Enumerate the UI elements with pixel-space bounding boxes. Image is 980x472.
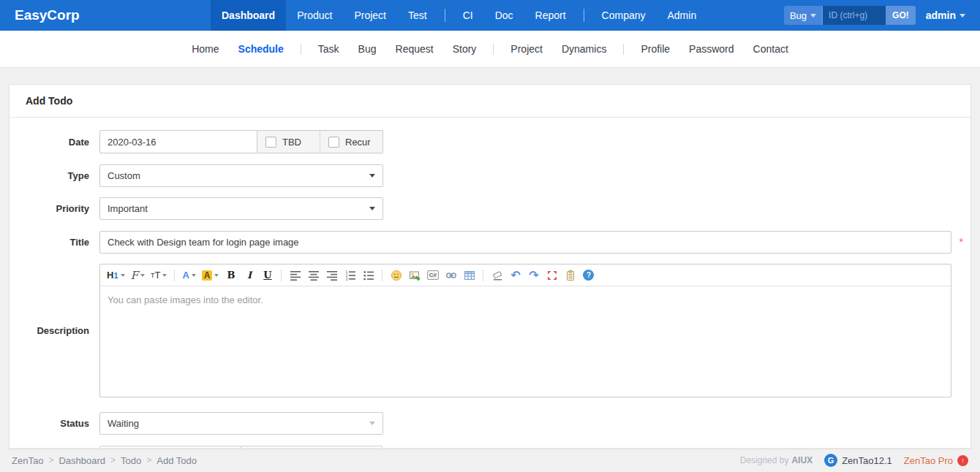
toolbar-divider [483, 270, 483, 281]
subnav-item-profile[interactable]: Profile [631, 43, 679, 55]
status-row: Status Waiting [10, 412, 970, 435]
bold-icon[interactable]: B [222, 267, 239, 284]
chevron-down-icon [369, 207, 375, 210]
recur-checkbox[interactable] [328, 137, 339, 148]
sub-nav: Home Schedule Task Bug Request Story Pro… [0, 31, 980, 68]
nav-item-report[interactable]: Report [524, 0, 577, 31]
subnav-item-contact[interactable]: Contact [744, 43, 798, 55]
title-row: Title * [10, 231, 970, 254]
undo-icon[interactable]: ↶ [507, 267, 524, 284]
highlight-color-icon[interactable]: A [200, 267, 222, 284]
unordered-list-icon[interactable] [360, 267, 377, 284]
subnav-item-dynamics[interactable]: Dynamics [552, 43, 616, 55]
breadcrumb-separator: > [110, 455, 116, 465]
remove-format-icon[interactable] [489, 267, 505, 284]
breadcrumb-add-todo[interactable]: Add Todo [157, 455, 197, 466]
designed-by-label: Designed by [740, 455, 789, 465]
link-icon[interactable] [442, 267, 459, 284]
help-icon[interactable]: ? [580, 267, 597, 284]
insert-image-icon[interactable] [406, 267, 423, 284]
breadcrumb-todo[interactable]: Todo [121, 455, 141, 466]
priority-label: Priority [10, 203, 99, 214]
subnav-item-bug[interactable]: Bug [349, 43, 386, 55]
subnav-item-password[interactable]: Password [679, 43, 743, 55]
align-right-icon[interactable] [323, 267, 340, 284]
toolbar-divider [281, 270, 282, 281]
subnav-item-schedule[interactable]: Schedule [229, 43, 293, 55]
recur-label: Recur [345, 137, 371, 148]
emoticon-icon[interactable] [388, 267, 404, 284]
date-input[interactable] [99, 130, 257, 153]
chevron-down-icon [369, 174, 375, 178]
zentao-pro-link[interactable]: ZenTao Pro [904, 455, 953, 466]
tbd-label: TBD [282, 137, 301, 148]
tbd-option[interactable]: TBD [257, 131, 320, 153]
nav-item-project[interactable]: Project [343, 0, 397, 31]
toolbar-divider [174, 270, 175, 281]
redo-icon[interactable]: ↷ [525, 267, 542, 284]
status-select[interactable]: Waiting [99, 412, 383, 435]
required-asterisk: * [960, 236, 963, 248]
nav-item-product[interactable]: Product [286, 0, 343, 31]
subnav-item-story[interactable]: Story [443, 43, 486, 55]
page-title: Add Todo [10, 85, 970, 118]
nav-item-ci[interactable]: CI [452, 0, 484, 31]
subnav-divider [301, 44, 301, 55]
date-options-addon: TBD Recur [257, 130, 383, 153]
nav-divider [445, 9, 445, 22]
font-family-icon[interactable]: F [129, 267, 147, 284]
footer-right: Designed by AIUX G ZenTao12.1 ZenTao Pro… [740, 454, 968, 467]
app-logo[interactable]: EasyCorp [0, 0, 211, 31]
nav-item-admin[interactable]: Admin [657, 0, 708, 31]
type-label: Type [10, 170, 99, 181]
title-input[interactable] [99, 231, 951, 254]
nav-item-test[interactable]: Test [397, 0, 438, 31]
top-navbar: EasyCorp Dashboard Product Project Test … [0, 0, 980, 31]
upgrade-badge-icon[interactable]: ↑ [957, 455, 968, 466]
align-center-icon[interactable] [305, 267, 322, 284]
breadcrumb-separator: > [146, 455, 151, 465]
tbd-checkbox[interactable] [265, 137, 276, 148]
chevron-down-icon [810, 14, 816, 18]
font-size-icon[interactable]: TT [148, 267, 169, 284]
align-left-icon[interactable] [287, 267, 304, 284]
subnav-item-home[interactable]: Home [182, 43, 228, 55]
breadcrumb-dashboard[interactable]: Dashboard [59, 455, 105, 466]
paste-source-icon[interactable] [562, 267, 578, 284]
recur-option[interactable]: Recur [320, 131, 382, 153]
date-row: Date TBD Recur [10, 130, 970, 153]
editor-toolbar: H1 F TT A A B I U 123 [100, 264, 951, 286]
subnav-item-task[interactable]: Task [309, 43, 349, 55]
nav-item-company[interactable]: Company [591, 0, 657, 31]
ordered-list-icon[interactable]: 123 [342, 267, 358, 284]
editor-placeholder: You can paste images into the editor. [108, 294, 263, 305]
status-label: Status [10, 418, 99, 429]
italic-icon[interactable]: I [241, 267, 257, 284]
zentao-version-link[interactable]: ZenTao12.1 [842, 455, 892, 466]
user-menu[interactable]: admin [926, 9, 965, 21]
subnav-item-request[interactable]: Request [386, 43, 443, 55]
table-icon[interactable] [461, 267, 478, 284]
type-select-value: Custom [108, 170, 140, 181]
search-input[interactable] [823, 6, 886, 25]
subnav-divider [493, 44, 494, 55]
heading-icon[interactable]: H1 [105, 267, 127, 284]
code-icon[interactable]: C# [424, 267, 441, 284]
breadcrumb-zentao[interactable]: ZenTao [12, 455, 43, 466]
underline-icon[interactable]: U [259, 267, 276, 284]
subnav-item-project[interactable]: Project [501, 43, 552, 55]
nav-item-dashboard[interactable]: Dashboard [211, 0, 286, 31]
editor-content[interactable]: You can paste images into the editor. [100, 286, 951, 397]
search-module-select[interactable]: Bug [784, 6, 823, 25]
priority-select[interactable]: Important [99, 197, 383, 220]
go-button[interactable]: GO! [886, 6, 916, 25]
type-select[interactable]: Custom [99, 164, 383, 187]
text-color-icon[interactable]: A [180, 267, 197, 284]
title-label: Title [10, 237, 99, 248]
chevron-down-icon [369, 422, 375, 425]
nav-item-doc[interactable]: Doc [484, 0, 524, 31]
fullscreen-icon[interactable] [543, 267, 560, 284]
quick-search: Bug GO! [784, 6, 916, 25]
add-todo-panel: Add Todo Date TBD Recur [9, 84, 971, 449]
subnav-divider [623, 44, 624, 55]
